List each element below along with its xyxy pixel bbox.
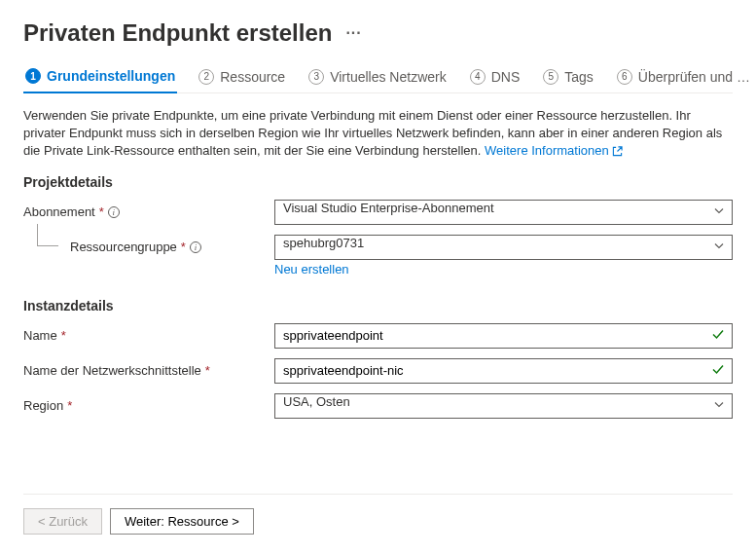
name-label: Name* <box>23 328 274 343</box>
name-input[interactable] <box>274 323 733 349</box>
tab-ueberpruefen[interactable]: 6 Überprüfen und e… <box>615 62 756 92</box>
tab-label: Virtuelles Netzwerk <box>330 69 447 85</box>
tab-grundeinstellungen[interactable]: 1 Grundeinstellungen <box>23 62 177 93</box>
region-label: Region* <box>23 398 274 413</box>
more-menu-icon[interactable]: ··· <box>345 24 361 42</box>
resource-group-label: Ressourcengruppe * i <box>70 240 274 254</box>
next-button[interactable]: Weiter: Ressource > <box>110 508 254 535</box>
tab-step-num: 6 <box>617 69 632 85</box>
section-instance-details: Instanzdetails <box>23 298 733 314</box>
tab-step-num: 2 <box>198 69 214 85</box>
tab-step-num: 3 <box>308 69 324 85</box>
resource-group-select[interactable]: spehubrg0731 <box>274 235 733 260</box>
subscription-select[interactable]: Visual Studio Enterprise-Abonnement <box>274 200 733 225</box>
section-project-details: Projektdetails <box>23 174 733 190</box>
description-text: Verwenden Sie private Endpunkte, um eine… <box>23 107 733 161</box>
back-button: < Zurück <box>23 508 102 535</box>
nic-name-label: Name der Netzwerkschnittstelle* <box>23 363 274 378</box>
tab-step-num: 5 <box>543 69 558 85</box>
tab-label: Tags <box>564 69 594 85</box>
create-new-link[interactable]: Neu erstellen <box>274 262 349 277</box>
tab-tags[interactable]: 5 Tags <box>541 62 595 92</box>
external-link-icon <box>612 143 623 158</box>
wizard-tabs: 1 Grundeinstellungen 2 Ressource 3 Virtu… <box>23 62 733 93</box>
tab-step-num: 1 <box>25 68 41 84</box>
tab-label: Grundeinstellungen <box>47 68 175 84</box>
tab-ressource[interactable]: 2 Ressource <box>197 62 287 92</box>
tab-dns[interactable]: 4 DNS <box>468 62 522 92</box>
tab-label: DNS <box>491 69 521 85</box>
page-title: Privaten Endpunkt erstellen <box>23 19 332 47</box>
region-select[interactable]: USA, Osten <box>274 393 733 419</box>
learn-more-link[interactable]: Weitere Informationen <box>485 143 623 158</box>
tree-connector <box>27 224 70 253</box>
tab-label: Ressource <box>220 69 285 85</box>
tab-label: Überprüfen und e… <box>638 69 755 85</box>
info-icon[interactable]: i <box>108 206 120 218</box>
tab-virtuelles-netzwerk[interactable]: 3 Virtuelles Netzwerk <box>306 62 449 92</box>
tab-step-num: 4 <box>470 69 486 85</box>
nic-name-input[interactable] <box>274 358 733 384</box>
subscription-label: Abonnement * i <box>23 204 274 219</box>
info-icon[interactable]: i <box>190 241 201 253</box>
wizard-footer: < Zurück Weiter: Ressource > <box>23 494 733 535</box>
